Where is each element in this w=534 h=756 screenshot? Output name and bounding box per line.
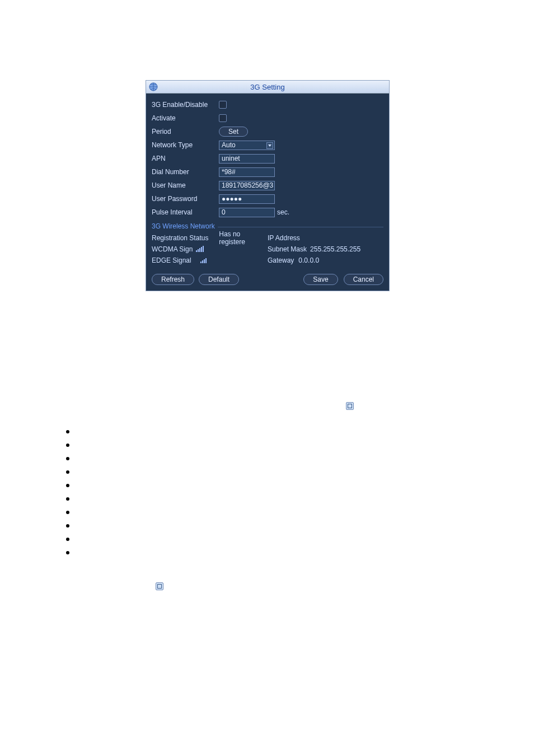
- network-type-label: Network Type: [152, 141, 219, 149]
- subnet-row: Subnet Mask 255.255.255.255: [268, 244, 383, 255]
- subnet-label: Subnet Mask: [268, 245, 307, 253]
- gateway-row: Gateway 0.0.0.0: [268, 255, 383, 266]
- reg-status-row: Registration Status Has no registere: [152, 232, 268, 244]
- pass-input[interactable]: ●●●●●: [219, 194, 275, 204]
- user-input[interactable]: 18917085256@3: [219, 181, 275, 190]
- default-button[interactable]: Default: [199, 274, 239, 285]
- pass-label: User Password: [152, 195, 219, 203]
- network-type-value: Auto: [222, 141, 236, 149]
- apn-label: APN: [152, 155, 219, 162]
- enable-checkbox[interactable]: [219, 101, 227, 109]
- reg-status-label: Registration Status: [152, 234, 217, 242]
- ip-row: IP Address: [268, 232, 383, 244]
- dialog-title: 3G Setting: [146, 83, 389, 91]
- cancel-button[interactable]: Cancel: [344, 274, 383, 285]
- bullet: [66, 430, 69, 433]
- activate-checkbox[interactable]: [219, 114, 227, 122]
- activate-label: Activate: [152, 114, 219, 122]
- bullet: [66, 551, 69, 554]
- network-type-dropdown[interactable]: Auto: [219, 141, 275, 150]
- network-icon: [148, 82, 158, 92]
- refresh-button[interactable]: Refresh: [152, 274, 194, 285]
- inline-box-icon: [156, 582, 163, 590]
- signal-bars-icon: [200, 258, 207, 263]
- bullet: [66, 524, 69, 528]
- period-label: Period: [152, 128, 219, 136]
- chevron-down-icon: [266, 142, 273, 149]
- gateway-value: 0.0.0.0: [298, 256, 319, 264]
- wcdma-label: WCDMA Sign: [152, 245, 193, 253]
- edge-row: EDGE Signal: [152, 255, 268, 266]
- ip-label: IP Address: [268, 234, 300, 242]
- bullet: [66, 497, 69, 501]
- bullet: [66, 538, 69, 541]
- apn-input[interactable]: uninet: [219, 154, 275, 164]
- dial-input[interactable]: *98#: [219, 167, 275, 177]
- pulse-label: Pulse Interval: [152, 208, 219, 216]
- save-button[interactable]: Save: [303, 274, 338, 285]
- subnet-value: 255.255.255.255: [310, 245, 360, 253]
- gateway-label: Gateway: [268, 256, 294, 264]
- 3g-setting-dialog: 3G Setting 3G Enable/Disable Activate Pe…: [146, 80, 390, 291]
- bullet: [66, 511, 69, 514]
- period-set-button[interactable]: Set: [219, 127, 248, 137]
- dial-label: Dial Number: [152, 168, 219, 176]
- user-label: User Name: [152, 181, 219, 189]
- bullet: [66, 484, 69, 487]
- titlebar: 3G Setting: [146, 81, 389, 94]
- bullet: [66, 470, 69, 474]
- bullet: [66, 457, 69, 460]
- bullet: [66, 444, 69, 447]
- reg-status-value: Has no registere: [219, 230, 268, 246]
- pulse-input[interactable]: 0: [219, 208, 275, 217]
- inline-box-icon: [346, 402, 354, 410]
- signal-bars-icon: [196, 246, 204, 252]
- pulse-unit: sec.: [277, 208, 289, 216]
- section-header: 3G Wireless Network: [152, 222, 383, 230]
- edge-label: EDGE Signal: [152, 256, 191, 264]
- bullet-list: [66, 430, 72, 564]
- divider: [218, 227, 383, 227]
- enable-label: 3G Enable/Disable: [152, 101, 219, 109]
- section-title: 3G Wireless Network: [152, 222, 215, 230]
